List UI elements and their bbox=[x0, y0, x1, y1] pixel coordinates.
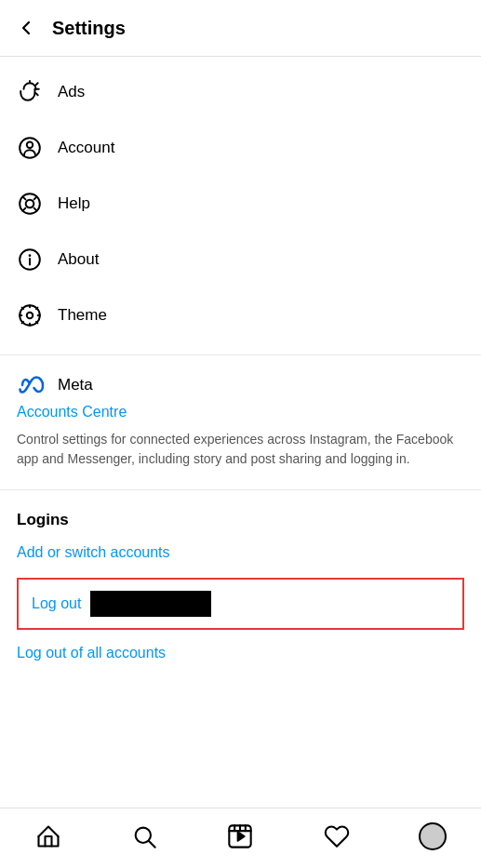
logout-label: Log out bbox=[32, 595, 81, 612]
nav-home[interactable] bbox=[25, 818, 72, 855]
menu-item-about[interactable]: About bbox=[0, 232, 481, 287]
svg-line-6 bbox=[34, 208, 37, 211]
svg-line-15 bbox=[149, 841, 154, 847]
heart-icon bbox=[324, 823, 350, 849]
profile-avatar bbox=[419, 822, 447, 850]
info-icon bbox=[17, 247, 43, 273]
meta-logo-icon bbox=[17, 376, 52, 394]
meta-section: Meta Accounts Centre Control settings fo… bbox=[0, 359, 481, 476]
ads-label: Ads bbox=[58, 83, 85, 101]
about-label: About bbox=[58, 250, 99, 269]
home-icon bbox=[35, 823, 61, 849]
back-button[interactable] bbox=[15, 13, 45, 43]
meta-logo-row: Meta bbox=[17, 376, 464, 394]
account-icon bbox=[17, 135, 43, 161]
divider-2 bbox=[0, 489, 481, 490]
theme-label: Theme bbox=[58, 306, 107, 325]
help-icon bbox=[17, 191, 43, 217]
settings-menu: Ads Account bbox=[0, 57, 481, 351]
nav-search[interactable] bbox=[121, 818, 167, 855]
megaphone-icon bbox=[17, 79, 43, 105]
menu-item-theme[interactable]: Theme bbox=[0, 287, 481, 343]
logout-all-link[interactable]: Log out of all accounts bbox=[17, 645, 464, 661]
svg-line-7 bbox=[22, 208, 25, 211]
svg-point-13 bbox=[27, 313, 33, 319]
nav-reels[interactable] bbox=[217, 818, 263, 855]
logins-section: Logins Add or switch accounts Log out Lo… bbox=[0, 494, 481, 661]
help-label: Help bbox=[58, 194, 90, 213]
svg-point-4 bbox=[26, 200, 34, 208]
header: Settings bbox=[0, 0, 481, 57]
nav-profile[interactable] bbox=[409, 818, 456, 855]
menu-item-ads[interactable]: Ads bbox=[0, 64, 481, 120]
divider-1 bbox=[0, 354, 481, 355]
logout-row[interactable]: Log out bbox=[17, 578, 464, 630]
svg-line-5 bbox=[22, 196, 25, 199]
reels-icon bbox=[227, 823, 253, 849]
meta-description: Control settings for connected experienc… bbox=[17, 430, 464, 469]
logins-title: Logins bbox=[17, 511, 464, 529]
menu-item-help[interactable]: Help bbox=[0, 176, 481, 232]
nav-likes[interactable] bbox=[314, 818, 360, 855]
account-label: Account bbox=[58, 139, 114, 157]
logout-username-redacted bbox=[90, 591, 211, 617]
bottom-nav bbox=[0, 808, 481, 868]
svg-marker-17 bbox=[238, 832, 245, 840]
svg-point-2 bbox=[27, 142, 33, 149]
svg-line-8 bbox=[34, 196, 37, 199]
menu-item-account[interactable]: Account bbox=[0, 120, 481, 176]
add-switch-accounts-link[interactable]: Add or switch accounts bbox=[17, 544, 464, 561]
accounts-centre-link[interactable]: Accounts Centre bbox=[17, 404, 464, 421]
search-icon bbox=[131, 823, 157, 849]
content-area: Ads Account bbox=[0, 57, 481, 808]
page-title: Settings bbox=[52, 18, 126, 39]
meta-label: Meta bbox=[58, 376, 93, 394]
theme-icon bbox=[17, 302, 43, 328]
